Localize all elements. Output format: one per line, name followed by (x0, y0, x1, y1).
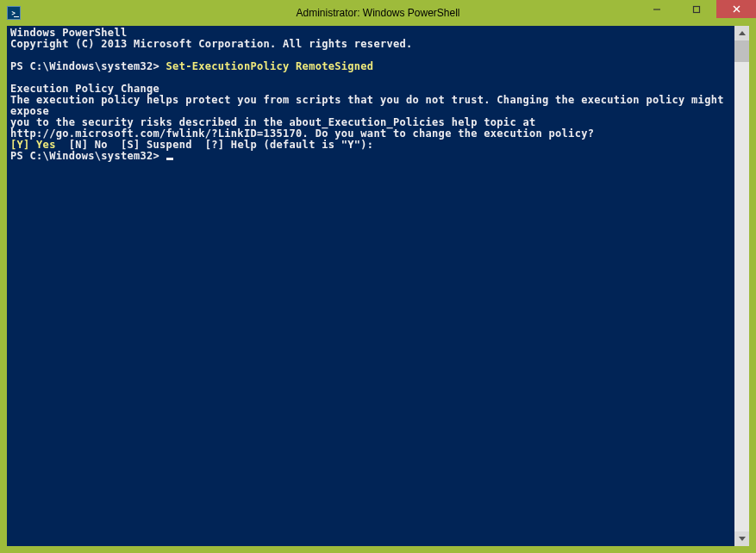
vertical-scrollbar[interactable] (734, 26, 749, 546)
scroll-up-button[interactable] (734, 26, 749, 40)
ps-header-line1: Windows PowerShell (10, 27, 127, 39)
titlebar[interactable]: Administrator: Windows PowerShell (0, 0, 756, 26)
ps-command: Set-ExecutionPolicy RemoteSigned (166, 60, 374, 72)
close-button[interactable] (716, 0, 756, 18)
powershell-window: Administrator: Windows PowerShell Window… (0, 0, 756, 553)
powershell-icon (7, 6, 21, 20)
choices-rest: [N] No [S] Suspend [?] Help (default is … (56, 139, 374, 151)
window-title: Administrator: Windows PowerShell (296, 7, 459, 19)
ps-prompt: PS C:\Windows\system32> (10, 60, 166, 72)
svg-marker-4 (739, 31, 746, 35)
ps-header-line2: Copyright (C) 2013 Microsoft Corporation… (10, 38, 413, 50)
scroll-down-button[interactable] (734, 531, 749, 546)
warning-title: Execution Policy Change (10, 83, 159, 95)
warning-body: The execution policy helps protect you f… (10, 94, 730, 140)
cursor (166, 158, 173, 160)
minimize-button[interactable] (637, 0, 677, 18)
scroll-track[interactable] (734, 40, 749, 531)
maximize-button[interactable] (677, 0, 716, 18)
window-controls (637, 0, 756, 18)
terminal-container: Windows PowerShell Copyright (C) 2013 Mi… (7, 26, 749, 546)
terminal[interactable]: Windows PowerShell Copyright (C) 2013 Mi… (7, 26, 734, 546)
svg-marker-5 (739, 537, 746, 541)
svg-rect-1 (694, 6, 700, 12)
choice-yes: [Y] Yes (10, 139, 56, 151)
scroll-thumb[interactable] (734, 40, 749, 62)
ps-prompt-2: PS C:\Windows\system32> (10, 150, 166, 162)
